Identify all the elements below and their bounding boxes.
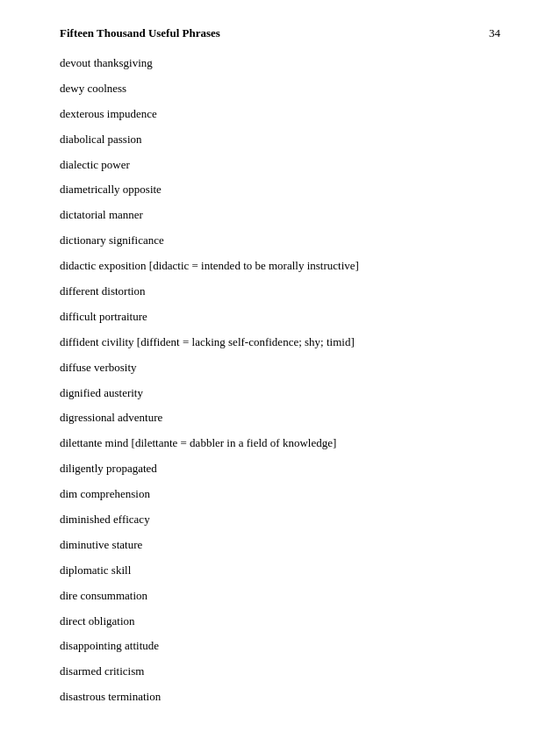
page-header: Fifteen Thousand Useful Phrases 34: [60, 26, 500, 40]
list-item: diffident civility [diffident = lacking …: [60, 335, 500, 350]
list-item: disastrous termination: [60, 690, 500, 705]
list-item: dire consummation: [60, 589, 500, 604]
list-item: diabolical passion: [60, 133, 500, 147]
list-item: dewy coolness: [60, 82, 500, 97]
list-item: diligently propagated: [60, 462, 500, 477]
list-item: diminished efficacy: [60, 513, 500, 527]
phrase-list: devout thanksgivingdewy coolnessdexterou…: [60, 56, 500, 705]
list-item: diffuse verbosity: [60, 361, 500, 376]
list-item: digressional adventure: [60, 411, 500, 426]
list-item: dictatorial manner: [60, 208, 500, 223]
list-item: didactic exposition [didactic = intended…: [60, 259, 500, 274]
list-item: devout thanksgiving: [60, 56, 500, 71]
list-item: diminutive stature: [60, 538, 500, 553]
list-item: dexterous impudence: [60, 107, 500, 122]
list-item: dialectic power: [60, 158, 500, 173]
list-item: disappointing attitude: [60, 639, 500, 654]
list-item: dim comprehension: [60, 487, 500, 502]
list-item: difficult portraiture: [60, 310, 500, 325]
list-item: diametrically opposite: [60, 183, 500, 197]
list-item: diplomatic skill: [60, 563, 500, 578]
list-item: dictionary significance: [60, 233, 500, 248]
list-item: disarmed criticism: [60, 664, 500, 679]
page-number: 34: [489, 26, 500, 40]
page-title: Fifteen Thousand Useful Phrases: [60, 26, 220, 40]
list-item: different distortion: [60, 284, 500, 299]
list-item: dilettante mind [dilettante = dabbler in…: [60, 436, 500, 451]
list-item: direct obligation: [60, 614, 500, 629]
list-item: dignified austerity: [60, 386, 500, 401]
